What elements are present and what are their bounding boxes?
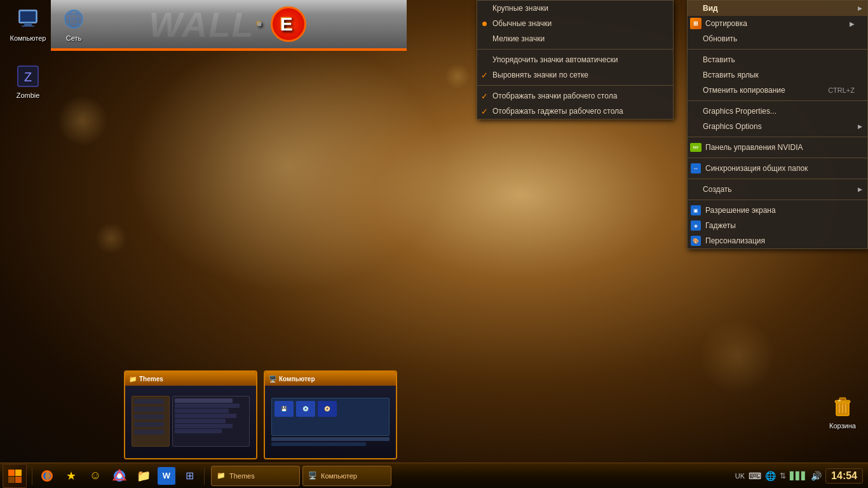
taskbar-tray: UK ⌨ 🌐 ⇅ ▋▋▋ 🔊 14:54 — [730, 468, 868, 484]
menu-item-paste[interactable]: Вставить — [688, 52, 867, 67]
menu-label-paste-shortcut: Вставить ярлык — [703, 71, 759, 79]
menu-label-sync: Синхронизация общих папок — [705, 164, 808, 173]
menu-item-view[interactable]: Вид — [688, 1, 867, 16]
menu-label-normal-icons: Обычные значки — [492, 19, 552, 28]
context-menu-main: Вид ⊞ Сортировка ▶ Обновить Вставить Вст… — [687, 0, 868, 249]
menu-label-nvidia: Панель управления NVIDIA — [705, 143, 803, 152]
taskbar-icon-remote[interactable]: ⊞ — [179, 466, 200, 486]
taskbar-windows: 📁 Themes 🖥️ Компьютер — [207, 466, 730, 486]
clock-time: 14:54 — [831, 470, 857, 482]
tray-keyboard-icon[interactable]: ⌨ — [749, 471, 761, 481]
taskbar-window-computer-label: Компьютер — [321, 472, 357, 480]
taskbar-icon-word[interactable]: W — [158, 467, 175, 485]
network-icon — [61, 6, 86, 32]
menu-item-create[interactable]: Создать — [688, 182, 867, 197]
svg-rect-1 — [24, 23, 32, 25]
taskbar-sep-1 — [32, 467, 32, 485]
menu-item-graphics-options[interactable]: Graphics Options — [688, 119, 867, 134]
start-button[interactable] — [3, 464, 27, 488]
menu-label-create: Создать — [703, 185, 732, 194]
menu-item-sync[interactable]: ↔ Синхронизация общих папок — [688, 161, 867, 176]
taskbar-sep-2 — [204, 467, 205, 485]
tray-lang[interactable]: UK — [735, 472, 745, 480]
menu-item-graphics-properties[interactable]: Graphics Properties... — [688, 104, 867, 119]
svg-rect-19 — [15, 470, 22, 476]
thumbnail-computer-label: Компьютер — [279, 376, 315, 383]
network-icon-label: Сеть — [66, 34, 81, 43]
desktop-icon-computer[interactable]: Компьютер — [5, 6, 51, 43]
show-gadgets-check: ✓ — [481, 107, 488, 116]
menu-item-show-icons[interactable]: ✓ Отображать значки рабочего стола — [477, 88, 673, 104]
menu-label-screen-resolution: Разрешение экрана — [705, 206, 776, 215]
context-menu-view: Крупные значки Обычные значки Мелкие зна… — [477, 0, 674, 119]
menu-label-auto-arrange: Упорядочить значки автоматически — [492, 55, 618, 64]
menu-label-view: Вид — [703, 4, 718, 13]
menu-sep-r1 — [688, 49, 867, 50]
taskbar-window-themes-icon: 📁 — [217, 471, 226, 480]
menu-label-cancel-copy: Отменить копирование — [703, 86, 785, 95]
svg-text:Z: Z — [24, 70, 32, 84]
menu-item-small-icons[interactable]: Мелкие значки — [477, 31, 673, 46]
menu-label-align-grid: Выровнять значки по сетке — [492, 71, 588, 79]
menu-item-align-grid[interactable]: ✓ Выровнять значки по сетке — [477, 67, 673, 83]
menu-label-refresh: Обновить — [703, 34, 737, 43]
menu-label-small-icons: Мелкие значки — [492, 34, 545, 43]
thumbnail-area: 📁 Themes — [124, 370, 397, 459]
menu-sep-r4 — [688, 158, 867, 158]
desktop-icon-zombie[interactable]: Z Zombie — [5, 64, 51, 100]
menu-label-gadgets: Гаджеты — [705, 221, 736, 230]
menu-item-refresh[interactable]: Обновить — [688, 31, 867, 46]
desktop-icon-network[interactable]: Сеть — [51, 6, 97, 43]
menu-item-screen-resolution[interactable]: ▣ Разрешение экрана — [688, 203, 867, 218]
tray-signal-icon[interactable]: ▋▋▋ — [790, 471, 807, 480]
thumbnail-themes-content — [125, 386, 256, 458]
cancel-copy-shortcut: CTRL+Z — [828, 86, 855, 94]
taskbar-icon-star[interactable]: ★ — [61, 466, 81, 486]
menu-item-cancel-copy[interactable]: Отменить копирование CTRL+Z — [688, 83, 867, 98]
menu-label-show-gadgets: Отображать гаджеты рабочего стола — [492, 107, 623, 116]
menu-item-large-icons[interactable]: Крупные значки — [477, 1, 673, 16]
menu-sep-r2 — [688, 100, 867, 101]
menu-sep-r3 — [688, 137, 867, 137]
tray-network-icon[interactable]: 🌐 — [765, 471, 776, 481]
svg-rect-18 — [8, 470, 15, 476]
tray-transfer-icon[interactable]: ⇅ — [780, 471, 786, 480]
menu-item-show-gadgets[interactable]: ✓ Отображать гаджеты рабочего стола — [477, 104, 673, 119]
menu-item-gadgets[interactable]: ◈ Гаджеты — [688, 218, 867, 233]
gadgets-icon: ◈ — [690, 220, 702, 231]
align-grid-check: ✓ — [481, 71, 488, 80]
taskbar-icon-firefox[interactable] — [37, 466, 57, 486]
menu-item-normal-icons[interactable]: Обычные значки — [477, 16, 673, 31]
taskbar-window-computer-icon: 🖥️ — [308, 471, 317, 480]
sort-arrow: ▶ — [850, 20, 855, 27]
menu-item-personalization[interactable]: 🎨 Персонализация — [688, 233, 867, 248]
menu-item-sort[interactable]: ⊞ Сортировка ▶ — [688, 16, 867, 31]
menu-item-nvidia[interactable]: NV Панель управления NVIDIA — [688, 140, 867, 155]
taskbar-window-computer[interactable]: 🖥️ Компьютер — [302, 466, 391, 486]
taskbar-icon-chrome[interactable] — [109, 466, 130, 486]
menu-item-paste-shortcut[interactable]: Вставить ярлык — [688, 67, 867, 83]
show-icons-check: ✓ — [481, 92, 488, 101]
taskbar-icon-folder[interactable]: 📁 — [133, 466, 154, 486]
taskbar-window-themes[interactable]: 📁 Themes — [211, 466, 300, 486]
computer-icon-label: Компьютер — [10, 34, 46, 43]
menu-sep-r6 — [688, 200, 867, 200]
menu-item-auto-arrange[interactable]: Упорядочить значки автоматически — [477, 52, 673, 67]
normal-icons-dot — [482, 22, 487, 26]
trash-icon-label: Корзина — [829, 422, 856, 430]
zombie-icon-label: Zombie — [17, 92, 40, 100]
menu-label-show-icons: Отображать значки рабочего стола — [492, 92, 617, 100]
taskbar-icon-smiley[interactable]: ☺ — [85, 466, 105, 486]
svg-rect-20 — [8, 477, 15, 483]
sort-icon: ⊞ — [690, 18, 702, 29]
thumbnail-computer-icon: 🖥️ — [269, 376, 276, 383]
thumbnail-computer[interactable]: 🖥️ Компьютер 💾 💿 📀 — [264, 370, 397, 459]
computer-icon — [15, 6, 41, 32]
system-clock[interactable]: 14:54 — [825, 468, 863, 484]
svg-rect-2 — [22, 25, 34, 27]
tray-volume-icon[interactable]: 🔊 — [811, 471, 822, 481]
menu-sep-1 — [477, 49, 673, 50]
thumbnail-themes[interactable]: 📁 Themes — [124, 370, 257, 459]
screen-resolution-icon: ▣ — [690, 205, 702, 216]
desktop-icon-trash[interactable]: Корзина — [820, 394, 865, 430]
